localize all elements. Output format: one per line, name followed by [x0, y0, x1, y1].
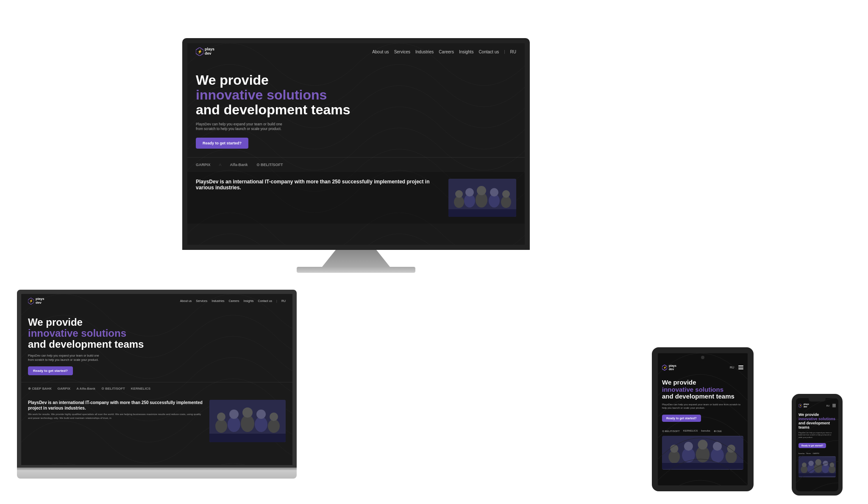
nav-insights[interactable]: Insights	[459, 50, 473, 54]
svg-point-34	[684, 442, 693, 451]
tablet-logo: ⚡ plays dev	[662, 364, 676, 371]
phone-device: ⚡ plays dev RU We provide	[792, 394, 843, 496]
svg-point-8	[477, 186, 486, 195]
svg-text:⚡: ⚡	[198, 49, 203, 54]
nav-contact[interactable]: Contact us	[479, 50, 499, 54]
phone-hero: We provide innovative solutions and deve…	[796, 410, 838, 451]
svg-point-51	[822, 464, 829, 474]
svg-point-36	[698, 440, 707, 449]
scene: ⚡ plays dev About us Services Industries…	[0, 0, 868, 504]
laptop-nav-services[interactable]: Services	[196, 299, 207, 302]
svg-rect-41	[662, 463, 743, 469]
laptop-clients: ⊕ СБЕР БАНК GARPIX A Alfa-Bank ⊙ BELIT/S…	[21, 382, 292, 395]
svg-point-47	[807, 464, 815, 474]
phone-client-banuba: banuba	[798, 452, 804, 454]
phone-team-photo	[798, 456, 836, 477]
monitor-hero: We provide innovative solutions and deve…	[187, 60, 525, 157]
laptop-base	[17, 470, 297, 479]
hamburger-menu-icon[interactable]	[738, 366, 743, 369]
client-belitsoft: ⊙ BELIT/SOFT	[256, 163, 283, 167]
svg-point-39	[726, 450, 737, 463]
phone-logo: ⚡ plays dev	[798, 403, 809, 408]
svg-point-32	[670, 444, 678, 452]
svg-point-35	[696, 446, 710, 462]
svg-point-24	[256, 410, 266, 419]
svg-point-11	[501, 196, 511, 208]
svg-point-4	[455, 190, 463, 198]
laptop-logo: ⚡ plays dev	[28, 297, 44, 305]
monitor-team-photo	[448, 179, 516, 217]
tablet-navbar: ⚡ plays dev RU	[658, 362, 748, 373]
tablet-camera	[701, 356, 704, 359]
svg-text:⚡: ⚡	[799, 404, 801, 407]
svg-point-40	[727, 444, 735, 452]
tablet-hero: We provide innovative solutions and deve…	[658, 373, 748, 426]
laptop-client-garpix: GARPIX	[58, 387, 71, 390]
monitor-base	[297, 267, 415, 273]
laptop-hero: We provide innovative solutions and deve…	[21, 308, 292, 382]
svg-point-46	[802, 462, 807, 467]
laptop-client-belit: ⊙ BELIT/SOFT	[101, 387, 125, 390]
laptop-nav-industries[interactable]: Industries	[211, 299, 224, 302]
tablet-device: ⚡ plays dev RU We provide	[652, 347, 754, 491]
svg-point-48	[808, 461, 814, 466]
svg-point-54	[830, 462, 835, 467]
svg-point-53	[829, 466, 835, 474]
phone-client-garpix: GARPIX	[813, 452, 819, 454]
monitor-device: ⚡ plays dev About us Services Industries…	[182, 38, 530, 273]
phone-hamburger-icon[interactable]	[832, 404, 836, 407]
laptop-about-title: PlaysDev is an international IT-company …	[28, 400, 204, 411]
svg-point-22	[242, 407, 253, 418]
svg-point-17	[215, 419, 227, 433]
laptop-nav-lang[interactable]: RU	[281, 299, 286, 302]
laptop-nav-contact[interactable]: Contact us	[258, 299, 272, 302]
tablet-nav-lang[interactable]: RU	[730, 366, 734, 369]
svg-text:⚡: ⚡	[663, 366, 667, 369]
laptop-nav-links: About us Services Industries Careers Ins…	[180, 299, 286, 302]
svg-point-52	[823, 461, 828, 466]
svg-rect-30	[662, 436, 743, 469]
client-alfabank: Alfa-Bank	[230, 163, 248, 167]
svg-point-50	[815, 459, 821, 465]
tablet-hero-desc: PlaysDev can help you expand your team o…	[662, 403, 743, 410]
phone-notch	[809, 398, 826, 402]
phone-nav-lang[interactable]: RU	[826, 404, 829, 407]
svg-point-3	[454, 196, 464, 208]
laptop-nav-about[interactable]: About us	[180, 299, 192, 302]
tablet-cta-button[interactable]: Ready to get started?	[662, 415, 701, 422]
phone-cta-button[interactable]: Ready to get started?	[798, 443, 826, 448]
laptop-cta-button[interactable]: Ready to get started?	[28, 366, 73, 375]
nav-careers[interactable]: Careers	[439, 50, 454, 54]
laptop-hero-desc: PlaysDev can help you expand your team o…	[28, 354, 104, 362]
svg-point-20	[229, 410, 239, 419]
monitor-nav-links: About us Services Industries Careers Ins…	[372, 50, 516, 54]
tablet-client-banuba: banuba	[701, 429, 710, 432]
phone-clients: banuba Sinter GARPIX	[796, 451, 838, 456]
svg-point-26	[270, 413, 278, 421]
svg-rect-55	[798, 474, 836, 476]
laptop-client-alfa: A Alfa-Bank	[76, 387, 95, 390]
laptop-client-sber: ⊕ СБЕР БАНК	[28, 387, 52, 390]
tablet-client-kernelics: KERNELICS	[683, 429, 698, 432]
laptop-client-kernelics: KERNELICS	[131, 387, 150, 390]
svg-point-10	[490, 188, 498, 197]
phone-hero-heading: We provide innovative solutions and deve…	[798, 413, 836, 430]
laptop-nav-careers[interactable]: Careers	[229, 299, 239, 302]
svg-point-18	[217, 413, 225, 421]
svg-point-37	[711, 448, 724, 462]
nav-services[interactable]: Services	[394, 50, 410, 54]
phone-hero-desc: PlaysDev can help you expand your team o…	[798, 432, 836, 439]
nav-lang[interactable]: RU	[510, 50, 516, 54]
laptop-team-photo	[209, 400, 286, 442]
nav-about[interactable]: About us	[372, 50, 389, 54]
tablet-screen: ⚡ plays dev RU We provide	[652, 347, 754, 491]
monitor-about-title: PlaysDev is an international IT-company …	[196, 179, 442, 191]
svg-point-38	[713, 442, 722, 451]
laptop-nav-insights[interactable]: Insights	[243, 299, 253, 302]
monitor-cta-button[interactable]: Ready to get started?	[196, 138, 248, 149]
monitor-navbar: ⚡ plays dev About us Services Industries…	[187, 43, 525, 60]
monitor-logo: ⚡ plays dev	[196, 47, 214, 56]
client-garpix: GARPIX	[196, 163, 211, 167]
nav-industries[interactable]: Industries	[415, 50, 434, 54]
tablet-clients: ⊙ BELIT/SOFT KERNELICS banuba ⊕ СБЕ	[658, 426, 748, 436]
